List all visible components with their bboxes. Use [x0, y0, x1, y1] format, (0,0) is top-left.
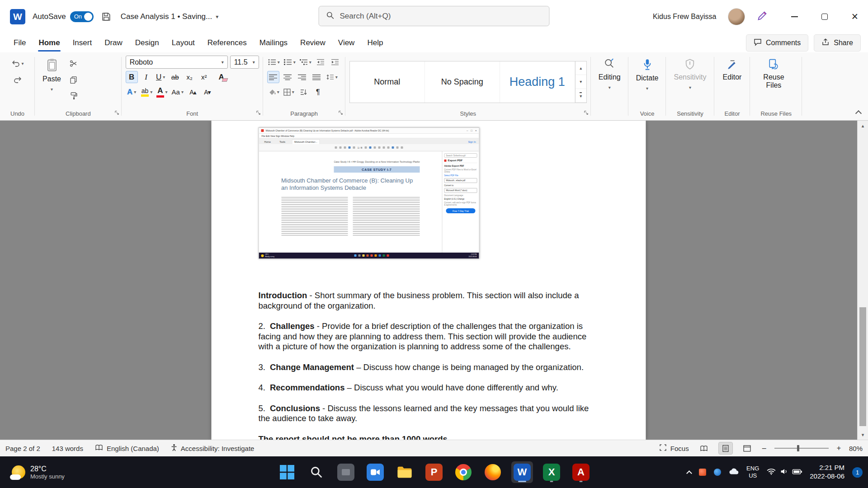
font-color-button[interactable] [156, 86, 168, 98]
bullets-button[interactable] [267, 56, 281, 68]
word-taskbar-button[interactable] [511, 461, 533, 483]
accessibility-status[interactable]: Accessibility: Investigate [171, 444, 255, 453]
share-button[interactable]: Share [814, 34, 861, 52]
tray-expand-chevron-icon[interactable] [686, 470, 692, 476]
tab-home[interactable]: Home [32, 34, 66, 52]
word-count[interactable]: 143 words [52, 445, 83, 452]
zoom-slider-thumb[interactable] [797, 445, 799, 451]
acrobat-button[interactable] [570, 461, 592, 483]
grow-font-button[interactable] [187, 86, 199, 98]
clear-formatting-button[interactable] [217, 71, 229, 83]
superscript-button[interactable] [198, 71, 210, 83]
avatar[interactable] [728, 8, 745, 25]
restore-button[interactable] [821, 14, 828, 20]
user-name[interactable]: Kidus Frew Bayissa [653, 13, 717, 21]
align-center-button[interactable] [282, 71, 294, 83]
tab-references[interactable]: References [201, 34, 253, 52]
styles-scroll-up-button[interactable] [576, 61, 586, 75]
collapse-ribbon-chevron-icon[interactable] [855, 110, 862, 117]
style-no-spacing[interactable]: No Spacing [425, 61, 500, 103]
tab-mailings[interactable]: Mailings [253, 34, 294, 52]
zoom-level[interactable]: 80% [849, 445, 863, 452]
quick-settings[interactable] [767, 468, 802, 477]
doc-paragraph[interactable]: 3.Change Management – Discuss how change… [259, 362, 601, 373]
doc-closing-line[interactable]: The report should not be more than 1000 … [259, 434, 601, 440]
page-indicator[interactable]: Page 2 of 2 [5, 445, 40, 452]
powerpoint-button[interactable] [423, 461, 445, 483]
embedded-screenshot[interactable]: Midsouth Chamber of Commerce (B) Cleanin… [259, 127, 480, 259]
excel-button[interactable] [541, 461, 562, 483]
save-icon[interactable] [102, 12, 111, 21]
shading-button[interactable] [267, 86, 280, 98]
copy-button[interactable] [67, 74, 80, 86]
task-view-button[interactable] [335, 461, 357, 483]
proofing-status[interactable]: English (Canada) [95, 444, 159, 452]
onedrive-cloud-icon[interactable] [729, 468, 739, 477]
styles-dialog-launcher[interactable] [584, 109, 589, 117]
bold-button[interactable] [126, 71, 138, 83]
doc-paragraph[interactable]: 5.Conclusions - Discuss the lessons lear… [259, 404, 601, 424]
chrome-button[interactable] [453, 461, 474, 483]
numbering-button[interactable] [283, 56, 297, 68]
chat-button[interactable] [364, 461, 386, 483]
italic-button[interactable] [140, 71, 152, 83]
increase-indent-button[interactable] [329, 56, 341, 68]
strikethrough-button[interactable] [169, 71, 181, 83]
print-layout-button[interactable] [719, 442, 732, 454]
sort-button[interactable] [297, 86, 310, 98]
scroll-up-button[interactable] [858, 121, 868, 131]
sensitivity-button[interactable]: Sensitivity [670, 55, 710, 91]
scrollbar-thumb[interactable] [859, 307, 866, 426]
tab-view[interactable]: View [332, 34, 361, 52]
borders-button[interactable] [283, 86, 295, 98]
zoom-out-button[interactable] [762, 444, 766, 452]
font-size-combo[interactable]: 11.5 [230, 56, 259, 69]
doc-paragraph[interactable]: Introduction - Short summary of the busi… [259, 291, 601, 311]
read-mode-button[interactable] [697, 442, 711, 454]
tab-help[interactable]: Help [361, 34, 389, 52]
file-explorer-button[interactable] [394, 461, 415, 483]
tab-layout[interactable]: Layout [165, 34, 201, 52]
scroll-down-button[interactable] [858, 430, 868, 440]
dictate-button[interactable]: Dictate [632, 55, 662, 92]
start-button[interactable] [276, 461, 298, 483]
title-chevron-down-icon[interactable] [216, 14, 218, 20]
decrease-indent-button[interactable] [315, 56, 327, 68]
text-effects-button[interactable] [126, 86, 138, 98]
show-formatting-marks-button[interactable] [312, 86, 324, 98]
word-logo-icon[interactable] [10, 9, 25, 24]
tray-app-icon[interactable] [699, 469, 706, 476]
tray-app-icon[interactable] [714, 469, 721, 476]
editing-button[interactable]: Editing [595, 55, 624, 91]
font-name-combo[interactable]: Roboto [126, 56, 228, 69]
zoom-slider[interactable] [774, 448, 829, 449]
style-normal[interactable]: Normal [350, 61, 425, 103]
highlight-color-button[interactable] [140, 86, 154, 98]
paragraph-dialog-launcher[interactable] [338, 109, 343, 117]
line-spacing-button[interactable] [325, 71, 339, 83]
weather-widget[interactable]: 28°C Mostly sunny [7, 456, 69, 488]
document-title[interactable]: Case Analysis 1 • Saving... [121, 12, 212, 21]
taskbar-search-button[interactable] [306, 461, 327, 483]
language-switcher[interactable]: ENG US [746, 465, 759, 479]
doc-paragraph[interactable]: 2.Challenges - Provide for a brief descr… [259, 321, 601, 352]
firefox-button[interactable] [482, 461, 504, 483]
editor-button[interactable]: Editor [718, 55, 746, 81]
align-left-button[interactable] [267, 71, 279, 83]
styles-scroll-down-button[interactable] [576, 75, 586, 89]
inking-pen-icon[interactable] [757, 10, 768, 23]
undo-button[interactable] [4, 57, 31, 70]
subscript-button[interactable] [184, 71, 196, 83]
focus-button[interactable]: Focus [659, 444, 689, 453]
clock[interactable]: 2:21 PM 2022-08-06 [810, 464, 844, 481]
comments-button[interactable]: Comments [746, 34, 808, 52]
change-case-button[interactable] [171, 86, 184, 98]
shrink-font-button[interactable] [201, 86, 213, 98]
format-painter-button[interactable] [67, 90, 80, 102]
minimize-button[interactable] [791, 16, 798, 17]
style-heading-1[interactable]: Heading 1 [500, 61, 575, 103]
styles-more-button[interactable] [576, 89, 586, 103]
tab-review[interactable]: Review [294, 34, 332, 52]
cut-button[interactable] [67, 57, 80, 70]
doc-paragraph[interactable]: 4.Recommendations – Discuss what you wou… [259, 383, 601, 393]
